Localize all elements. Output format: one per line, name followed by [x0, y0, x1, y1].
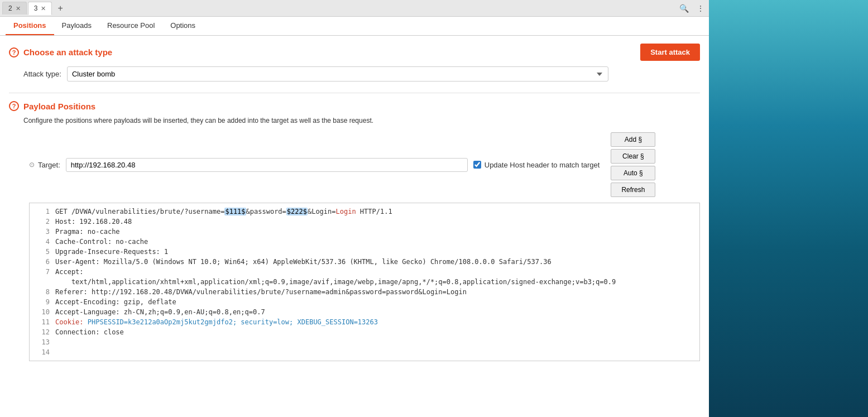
line-number [34, 277, 50, 287]
search-icon-btn[interactable]: 🔍 [677, 3, 691, 14]
request-line: 7Accept: [30, 267, 699, 277]
request-area-wrapper: 1GET /DVWA/vulnerabilities/brute/?userna… [29, 203, 700, 361]
line-number: 1 [34, 207, 50, 217]
line-number: 5 [34, 247, 50, 257]
line-number: 8 [34, 287, 50, 297]
request-line: 9Accept-Encoding: gzip, deflate [30, 297, 699, 307]
request-line: 6User-Agent: Mozilla/5.0 (Windows NT 10.… [30, 257, 699, 267]
divider-1 [9, 93, 700, 93]
request-line: 5Upgrade-Insecure-Requests: 1 [30, 247, 699, 257]
tab-payloads[interactable]: Payloads [54, 17, 99, 35]
attack-type-section-header: ? Choose an attack type Start attack [9, 44, 700, 61]
request-line: 10Accept-Language: zh-CN,zh;q=0.9,en-AU;… [30, 307, 699, 317]
tab-bar: 2 ✕ 3 ✕ + 🔍 ⋮ [0, 0, 709, 17]
payload-positions-desc: Configure the positions where payloads w… [9, 117, 700, 124]
line-content: Accept-Encoding: gzip, deflate [55, 297, 176, 307]
line-content: Cache-Control: no-cache [55, 237, 148, 247]
tab-3-close[interactable]: ✕ [41, 5, 46, 12]
more-options-btn[interactable]: ⋮ [694, 3, 707, 14]
add-section-button[interactable]: Add § [611, 132, 655, 147]
attack-type-label: Attack type: [23, 70, 61, 78]
line-content: Upgrade-Insecure-Requests: 1 [55, 247, 168, 257]
sidebar-ocean [709, 0, 868, 417]
line-number: 6 [34, 257, 50, 267]
request-line: 4Cache-Control: no-cache [30, 237, 699, 247]
request-line: text/html,application/xhtml+xml,applicat… [30, 277, 699, 287]
line-content: Referer: http://192.168.20.48/DVWA/vulne… [55, 287, 467, 297]
target-wifi-icon: ⊙ [29, 161, 35, 169]
tab-2[interactable]: 2 ✕ [2, 2, 27, 15]
request-line: 8Referer: http://192.168.20.48/DVWA/vuln… [30, 287, 699, 297]
nav-tabs: Positions Payloads Resource Pool Options [0, 17, 709, 36]
line-content: GET /DVWA/vulnerabilities/brute/?usernam… [55, 207, 392, 217]
request-editor[interactable]: 1GET /DVWA/vulnerabilities/brute/?userna… [29, 203, 700, 361]
tab-positions[interactable]: Positions [6, 17, 54, 35]
line-number: 14 [34, 347, 50, 357]
line-content: Connection: close [55, 327, 124, 337]
start-attack-button[interactable]: Start attack [640, 44, 700, 61]
tab-2-close[interactable]: ✕ [16, 5, 21, 12]
tab-2-label: 2 [8, 4, 12, 12]
update-host-row: Update Host header to match target [473, 161, 600, 169]
tab-3-label: 3 [34, 4, 38, 12]
tab-options[interactable]: Options [162, 17, 203, 35]
line-content: User-Agent: Mozilla/5.0 (Windows NT 10.0… [55, 257, 552, 267]
update-host-label: Update Host header to match target [485, 161, 600, 169]
payload-positions-title: Payload Positions [23, 102, 95, 111]
update-host-checkbox[interactable] [473, 161, 481, 169]
target-label: Target: [38, 161, 60, 169]
line-number: 3 [34, 227, 50, 237]
line-number: 12 [34, 327, 50, 337]
target-input[interactable] [66, 158, 468, 172]
line-number: 7 [34, 267, 50, 277]
request-line: 1GET /DVWA/vulnerabilities/brute/?userna… [30, 207, 699, 217]
request-line: 3Pragma: no-cache [30, 227, 699, 237]
line-number: 9 [34, 297, 50, 307]
request-line: 12Connection: close [30, 327, 699, 337]
side-buttons: Add § Clear § Auto § Refresh [611, 132, 655, 197]
line-number: 11 [34, 317, 50, 327]
attack-type-title: Choose an attack type [23, 47, 112, 57]
request-line: 13 [30, 337, 699, 347]
line-content: Accept-Language: zh-CN,zh;q=0.9,en-AU;q=… [55, 307, 265, 317]
auto-section-button[interactable]: Auto § [611, 166, 655, 180]
line-content: Cookie: PHPSESSID=k3e212a0aOp2mj5kut2gmj… [55, 317, 378, 327]
line-number: 13 [34, 337, 50, 347]
attack-type-select[interactable]: Cluster bomb [67, 66, 608, 82]
refresh-button[interactable]: Refresh [611, 183, 655, 197]
line-content: Host: 192.168.20.48 [55, 217, 132, 227]
payload-positions-help-icon[interactable]: ? [9, 101, 19, 111]
line-number: 4 [34, 237, 50, 247]
line-number: 10 [34, 307, 50, 317]
payload-positions-section-header: ? Payload Positions [9, 101, 700, 111]
new-tab-button[interactable]: + [53, 1, 67, 16]
tab-resource-pool[interactable]: Resource Pool [99, 17, 162, 35]
line-content: Accept: [55, 267, 84, 277]
request-line: 2Host: 192.168.20.48 [30, 217, 699, 227]
line-content: Pragma: no-cache [55, 227, 120, 237]
request-line: 14 [30, 347, 699, 357]
request-line: 11Cookie: PHPSESSID=k3e212a0aOp2mj5kut2g… [30, 317, 699, 327]
main-content: ? Choose an attack type Start attack Att… [0, 36, 709, 417]
attack-type-row: Attack type: Cluster bomb [9, 66, 700, 82]
clear-section-button[interactable]: Clear § [611, 149, 655, 164]
line-content: text/html,application/xhtml+xml,applicat… [55, 277, 616, 287]
attack-type-help-icon[interactable]: ? [9, 47, 19, 57]
tab-3[interactable]: 3 ✕ [28, 2, 52, 15]
line-number: 2 [34, 217, 50, 227]
